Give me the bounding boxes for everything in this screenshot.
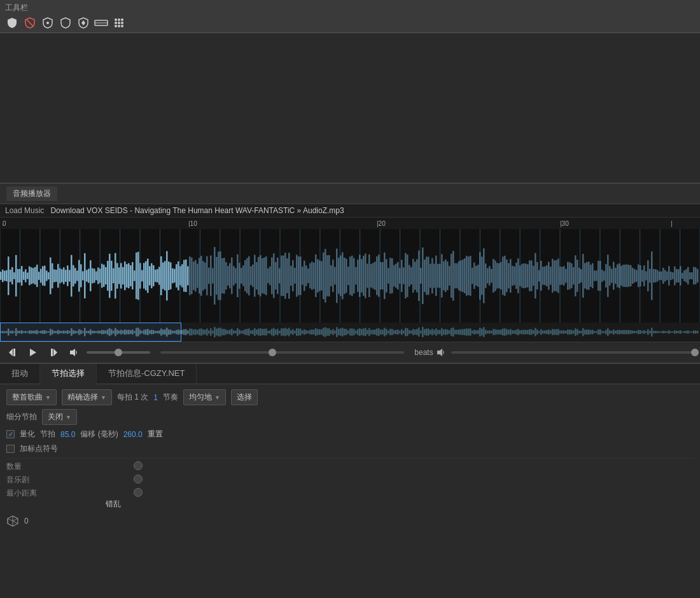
shield-gear-icon[interactable] [41, 16, 55, 30]
waveform-container[interactable]: 0 |10 |20 |30 | [0, 218, 700, 342]
overview-selection[interactable] [0, 323, 181, 342]
svg-rect-340 [620, 266, 622, 286]
svg-rect-361 [661, 272, 662, 281]
svg-rect-632 [409, 330, 410, 334]
svg-rect-606 [359, 328, 361, 336]
svg-rect-49 [65, 270, 67, 282]
svg-rect-557 [265, 329, 267, 336]
svg-rect-154 [265, 256, 267, 295]
skip-button[interactable] [46, 345, 61, 360]
svg-rect-296 [536, 262, 538, 289]
svg-rect-299 [542, 267, 544, 284]
svg-rect-232 [414, 261, 416, 289]
svg-rect-320 [582, 254, 584, 298]
whole-song-dropdown[interactable]: 整首歌曲 ▼ [6, 389, 57, 405]
svg-rect-591 [330, 330, 332, 334]
svg-rect-740 [615, 331, 617, 334]
position-slider[interactable] [160, 351, 404, 354]
beats-slider[interactable] [451, 351, 695, 354]
audio-player-header: 音频播放器 [0, 184, 700, 204]
grid-icon[interactable] [112, 16, 126, 30]
svg-rect-362 [662, 268, 664, 284]
quantity-knob-circle[interactable] [134, 461, 143, 470]
svg-rect-375 [687, 267, 689, 284]
svg-rect-332 [605, 264, 607, 288]
waveform-display[interactable] [0, 229, 700, 323]
divider [6, 458, 694, 459]
svg-rect-121 [202, 261, 204, 290]
svg-rect-576 [302, 330, 304, 333]
shield-diamond-icon[interactable] [76, 16, 90, 30]
svg-rect-768 [668, 330, 670, 334]
svg-rect-218 [388, 268, 389, 283]
svg-rect-561 [273, 328, 275, 337]
svg-rect-85 [134, 270, 136, 281]
quantize-checkbox[interactable] [6, 430, 15, 438]
svg-rect-222 [395, 264, 397, 288]
svg-line-0 [27, 20, 33, 26]
svg-rect-28 [25, 269, 27, 282]
rewind-button[interactable] [5, 345, 20, 360]
svg-rect-240 [430, 264, 431, 288]
musical-knob-circle[interactable] [134, 475, 143, 483]
svg-rect-770 [672, 331, 674, 333]
play-button[interactable] [25, 345, 41, 360]
svg-rect-315 [573, 267, 575, 284]
volume-slider[interactable] [87, 351, 150, 354]
svg-rect-220 [391, 258, 393, 293]
svg-rect-145 [248, 256, 250, 296]
precise-select-dropdown[interactable]: 精确选择 ▼ [62, 389, 112, 405]
toolbar: 工具栏 [0, 0, 700, 33]
min-distance-knob-circle[interactable] [134, 488, 143, 497]
select-button[interactable]: 选择 [231, 389, 258, 405]
add-marker-checkbox[interactable] [6, 445, 15, 453]
tab-beat-info[interactable]: 节拍信息-CGZY.NET [97, 364, 197, 384]
arrow-left-right-icon[interactable] [94, 16, 108, 30]
svg-rect-170 [296, 255, 298, 297]
svg-rect-103 [168, 261, 170, 290]
svg-rect-324 [590, 265, 592, 287]
shield-outline-icon[interactable] [59, 16, 73, 30]
svg-rect-183 [321, 261, 323, 291]
reset-button[interactable]: 重置 [148, 429, 163, 440]
svg-rect-595 [338, 329, 340, 335]
svg-rect-90 [143, 263, 145, 288]
svg-rect-640 [424, 329, 426, 335]
volume-button[interactable] [66, 345, 81, 360]
svg-rect-110 [181, 264, 183, 287]
distribute-dropdown[interactable]: 均匀地 ▼ [183, 389, 226, 405]
svg-rect-42 [52, 263, 53, 288]
svg-rect-17 [4, 271, 6, 281]
svg-rect-546 [244, 330, 246, 335]
svg-rect-247 [443, 261, 445, 291]
svg-rect-251 [451, 254, 452, 298]
svg-rect-513 [181, 330, 183, 335]
svg-rect-745 [624, 330, 626, 334]
svg-rect-269 [485, 263, 487, 288]
svg-rect-116 [193, 261, 195, 290]
svg-rect-187 [328, 255, 330, 296]
tab-beat-select[interactable]: 节拍选择 [40, 364, 97, 384]
svg-rect-248 [445, 260, 447, 292]
svg-rect-352 [643, 265, 645, 286]
svg-rect-564 [279, 331, 281, 333]
load-music-button[interactable]: Load Music [5, 206, 44, 215]
musical-label: 音乐剧 [6, 475, 134, 485]
shield-fill-icon[interactable] [5, 16, 19, 30]
shield-slash-icon[interactable] [23, 16, 37, 30]
svg-rect-322 [586, 262, 588, 289]
svg-rect-369 [676, 269, 678, 282]
waveform-overview[interactable] [0, 323, 700, 342]
svg-rect-177 [309, 263, 311, 289]
tab-nudge[interactable]: 扭动 [0, 364, 40, 384]
svg-rect-697 [533, 330, 535, 334]
svg-rect-782 [695, 331, 697, 334]
svg-rect-226 [403, 267, 405, 284]
svg-rect-341 [622, 265, 624, 287]
svg-rect-216 [384, 253, 386, 299]
svg-rect-558 [267, 331, 269, 333]
svg-rect-73 [111, 261, 113, 291]
subdivide-dropdown[interactable]: 关闭 ▼ [42, 409, 77, 425]
svg-rect-168 [292, 260, 294, 291]
svg-rect-732 [599, 330, 601, 335]
